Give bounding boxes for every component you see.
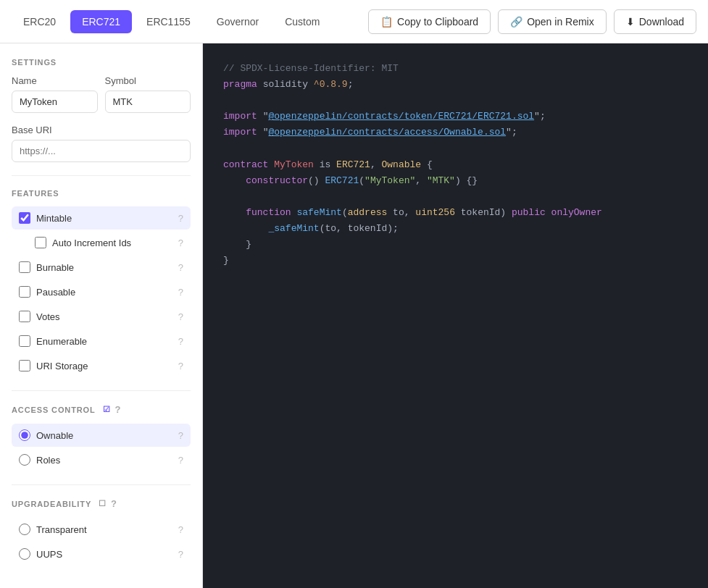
uups-help-icon[interactable]: ? xyxy=(178,549,183,560)
ownable-help-icon[interactable]: ? xyxy=(178,430,183,441)
code-line-contract: contract MyToken is ERC721, Ownable { xyxy=(223,157,688,173)
code-line-comment: // SPDX-License-Identifier: MIT xyxy=(223,61,688,77)
upgrade-uups-row: UUPS ? xyxy=(12,542,191,566)
votes-checkbox[interactable] xyxy=(19,311,30,322)
divider-3 xyxy=(12,484,191,485)
open-in-remix-button[interactable]: 🔗 Open in Remix xyxy=(498,9,607,34)
access-control-section-label: ACCESS CONTROL ☑ ? xyxy=(12,404,191,415)
pausable-help-icon[interactable]: ? xyxy=(178,287,183,298)
code-line-blank-2 xyxy=(223,140,688,156)
base-uri-field-group: Base URI xyxy=(12,125,191,162)
roles-label: Roles xyxy=(36,455,172,466)
upgradeability-help-icon[interactable]: ? xyxy=(111,498,117,509)
upgradeability-section-label: UPGRADEABILITY ☐ ? xyxy=(12,498,191,509)
name-symbol-row: Name Symbol xyxy=(12,75,191,113)
burnable-help-icon[interactable]: ? xyxy=(178,262,183,273)
enumerable-help-icon[interactable]: ? xyxy=(178,336,183,347)
access-roles-row: Roles ? xyxy=(12,448,191,471)
sidebar: SETTINGS Name Symbol Base URI FEATURES M… xyxy=(0,43,203,588)
burnable-checkbox[interactable] xyxy=(19,261,30,273)
mintable-checkbox[interactable] xyxy=(19,212,30,224)
settings-section-label: SETTINGS xyxy=(12,58,191,67)
transparent-help-icon[interactable]: ? xyxy=(178,524,183,535)
auto-increment-ids-help-icon[interactable]: ? xyxy=(178,238,183,248)
ownable-radio[interactable] xyxy=(19,429,30,441)
name-input[interactable] xyxy=(12,91,98,113)
code-line-import-2: import "@openzeppelin/contracts/access/O… xyxy=(223,125,688,140)
access-control-check-icon: ☑ xyxy=(103,405,111,414)
code-line-safemint: _safeMint(to, tokenId); xyxy=(223,221,688,237)
tab-erc721[interactable]: ERC721 xyxy=(70,10,132,33)
votes-label: Votes xyxy=(36,311,172,322)
pausable-label: Pausable xyxy=(36,287,172,298)
code-block: // SPDX-License-Identifier: MIT pragma s… xyxy=(223,61,688,269)
votes-help-icon[interactable]: ? xyxy=(178,311,183,322)
upgradeability-check-icon: ☐ xyxy=(99,499,107,508)
enumerable-checkbox[interactable] xyxy=(19,335,30,347)
transparent-label: Transparent xyxy=(36,524,172,535)
roles-help-icon[interactable]: ? xyxy=(178,455,183,466)
remix-icon: 🔗 xyxy=(510,16,522,28)
divider-1 xyxy=(12,175,191,176)
upgrade-transparent-row: Transparent ? xyxy=(12,518,191,541)
enumerable-label: Enumerable xyxy=(36,336,172,347)
divider-2 xyxy=(12,390,191,391)
tab-governor[interactable]: Governor xyxy=(205,10,270,33)
symbol-input[interactable] xyxy=(105,91,191,113)
ownable-label: Ownable xyxy=(36,430,172,441)
download-button[interactable]: ⬇ Download xyxy=(614,9,696,34)
header-actions: 📋 Copy to Clipboard 🔗 Open in Remix ⬇ Do… xyxy=(368,9,696,34)
pausable-checkbox[interactable] xyxy=(19,286,30,298)
auto-increment-ids-label: Auto Increment Ids xyxy=(52,238,172,248)
features-section-label: FEATURES xyxy=(12,189,191,198)
code-line-pragma: pragma solidity ^0.8.9; xyxy=(223,77,688,93)
feature-uri-storage-row: URI Storage ? xyxy=(12,354,191,377)
uri-storage-checkbox[interactable] xyxy=(19,360,30,371)
code-line-import-1: import "@openzeppelin/contracts/token/ER… xyxy=(223,109,688,125)
base-uri-input[interactable] xyxy=(12,140,191,162)
clipboard-icon: 📋 xyxy=(380,16,393,28)
mintable-help-icon[interactable]: ? xyxy=(178,213,183,224)
uri-storage-label: URI Storage xyxy=(36,361,172,371)
burnable-label: Burnable xyxy=(36,262,172,273)
code-line-function: function safeMint(address to, uint256 to… xyxy=(223,205,688,221)
transparent-radio[interactable] xyxy=(19,524,30,535)
uups-label: UUPS xyxy=(36,549,172,560)
tab-custom[interactable]: Custom xyxy=(273,10,331,33)
feature-burnable-row: Burnable ? xyxy=(12,256,191,279)
auto-increment-ids-checkbox[interactable] xyxy=(35,237,46,248)
code-line-blank-3 xyxy=(223,189,688,205)
roles-radio[interactable] xyxy=(19,454,30,466)
main-layout: SETTINGS Name Symbol Base URI FEATURES M… xyxy=(0,43,708,588)
uups-radio[interactable] xyxy=(19,548,30,560)
tab-erc20[interactable]: ERC20 xyxy=(12,10,67,33)
download-icon: ⬇ xyxy=(626,16,635,28)
code-line-blank-1 xyxy=(223,93,688,109)
header: ERC20 ERC721 ERC1155 Governor Custom 📋 C… xyxy=(0,0,708,43)
access-ownable-row: Ownable ? xyxy=(12,424,191,447)
feature-auto-increment-row: Auto Increment Ids ? xyxy=(12,231,191,254)
code-line-constructor: constructor() ERC721("MyToken", "MTK") {… xyxy=(223,173,688,189)
symbol-field-group: Symbol xyxy=(105,75,191,113)
tab-erc1155[interactable]: ERC1155 xyxy=(135,10,202,33)
mintable-label: Mintable xyxy=(36,213,172,224)
uri-storage-help-icon[interactable]: ? xyxy=(178,361,183,371)
access-control-help-icon[interactable]: ? xyxy=(115,404,122,415)
name-field-group: Name xyxy=(12,75,98,113)
feature-enumerable-row: Enumerable ? xyxy=(12,329,191,353)
code-line-close-fn: } xyxy=(223,237,688,253)
code-line-close-contract: } xyxy=(223,253,688,269)
feature-votes-row: Votes ? xyxy=(12,305,191,328)
copy-to-clipboard-button[interactable]: 📋 Copy to Clipboard xyxy=(368,9,491,34)
feature-pausable-row: Pausable ? xyxy=(12,280,191,303)
feature-mintable-row: Mintable ? xyxy=(12,206,191,230)
code-panel: // SPDX-License-Identifier: MIT pragma s… xyxy=(203,43,708,588)
